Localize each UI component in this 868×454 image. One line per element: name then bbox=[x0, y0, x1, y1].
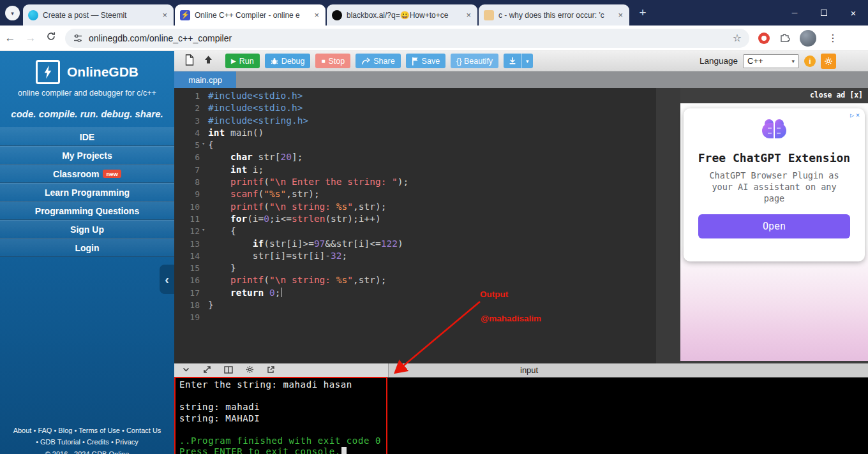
debug-button[interactable]: Debug bbox=[265, 54, 311, 68]
open-project-button[interactable] bbox=[201, 55, 215, 67]
ad-card[interactable]: ▷× Free ChatGPT Extension ChatGPT Browse… bbox=[684, 108, 865, 261]
forward-button[interactable]: → bbox=[20, 32, 41, 45]
extension-red-icon[interactable] bbox=[758, 33, 770, 44]
code-line[interactable]: 13 if(str[i]>=97&&str[i]<=122) bbox=[174, 238, 656, 250]
back-button[interactable]: ← bbox=[0, 32, 20, 45]
sidebar-item-my-projects[interactable]: My Projects bbox=[0, 146, 174, 165]
close-button[interactable]: × bbox=[839, 0, 868, 26]
code-line[interactable]: 18} bbox=[174, 299, 656, 311]
new-tab-button[interactable]: + bbox=[634, 4, 651, 21]
console-output[interactable]: Enter the string: mahadi hasan string: m… bbox=[174, 377, 388, 454]
ad-open-button[interactable]: Open bbox=[698, 214, 850, 238]
fold-icon[interactable]: ▾ bbox=[202, 140, 205, 147]
editor-scrollbar[interactable] bbox=[656, 88, 680, 363]
settings-gear-button[interactable] bbox=[821, 54, 836, 69]
tab-close-icon[interactable]: × bbox=[161, 10, 168, 20]
new-file-button[interactable] bbox=[182, 54, 196, 68]
onlinegdb-logo[interactable]: OnlineGDB bbox=[0, 60, 174, 84]
code-line[interactable]: 5▾{ bbox=[174, 139, 656, 151]
code-line[interactable]: 10 printf("\n string: %s",str); bbox=[174, 201, 656, 213]
tab-close-icon[interactable]: × bbox=[313, 10, 320, 20]
footer-link-terms-of-use[interactable]: Terms of Use bbox=[79, 427, 120, 434]
code-line[interactable]: 7 int i; bbox=[174, 164, 656, 176]
language-select[interactable]: C++ ▾ bbox=[743, 54, 799, 68]
code-line[interactable]: 9 scanf("%s",str); bbox=[174, 188, 656, 200]
select-caret-icon: ▾ bbox=[791, 58, 795, 64]
sidebar-item-programming-questions[interactable]: Programming Questions bbox=[0, 201, 174, 220]
sidebar-collapse-handle[interactable]: ‹ bbox=[160, 265, 174, 294]
fold-icon[interactable]: ▾ bbox=[202, 226, 205, 233]
console-maximize-button[interactable] bbox=[203, 365, 211, 376]
line-number: 1 bbox=[174, 90, 200, 102]
code-line[interactable]: 4int main() bbox=[174, 127, 656, 139]
sidebar-item-label: Learn Programming bbox=[45, 187, 130, 198]
browser-tab[interactable]: blackbox.ai/?q=😀How+to+ce× bbox=[327, 4, 477, 26]
url-bar[interactable]: onlinegdb.com/online_c++_compiler ☆ bbox=[65, 29, 749, 48]
share-button[interactable]: Share bbox=[355, 54, 400, 68]
info-button[interactable]: i bbox=[804, 55, 816, 67]
profile-avatar[interactable] bbox=[800, 30, 816, 47]
sidebar-item-learn-programming[interactable]: Learn Programming bbox=[0, 183, 174, 201]
sidebar-item-sign-up[interactable]: Sign Up bbox=[0, 220, 174, 238]
code-line[interactable]: 6 char str[20]; bbox=[174, 151, 656, 163]
sidebar-item-label: Classroom bbox=[53, 169, 99, 179]
console-open-new-window-button[interactable] bbox=[267, 365, 275, 376]
footer-link-gdb-tutorial[interactable]: GDB Tutorial bbox=[40, 438, 80, 446]
browser-tab[interactable]: Create a post — Steemit× bbox=[23, 4, 174, 26]
stop-button[interactable]: ■Stop bbox=[315, 54, 350, 68]
code-line[interactable]: 19 bbox=[174, 311, 656, 323]
save-button[interactable]: Save bbox=[406, 54, 446, 68]
download-options-caret[interactable]: ▾ bbox=[521, 54, 533, 68]
sidebar-item-ide[interactable]: IDE bbox=[0, 128, 174, 146]
address-bar: ← → onlinegdb.com/online_c++_compiler ☆ … bbox=[0, 26, 868, 51]
extensions-puzzle-icon[interactable] bbox=[779, 31, 791, 45]
tab-close-icon[interactable]: × bbox=[465, 10, 472, 20]
console-settings-button[interactable] bbox=[246, 365, 254, 376]
maximize-button[interactable] bbox=[809, 0, 839, 26]
footer-link-faq[interactable]: FAQ bbox=[38, 427, 52, 434]
console-collapse-button[interactable] bbox=[182, 365, 190, 376]
line-number: 3 bbox=[174, 115, 200, 127]
console-layout-button[interactable] bbox=[224, 365, 233, 376]
browser-tab[interactable]: ⚡Online C++ Compiler - online e× bbox=[175, 4, 326, 26]
footer-link-about[interactable]: About bbox=[13, 427, 32, 434]
tab-search-button[interactable]: ▾ bbox=[5, 6, 20, 20]
code-line[interactable]: 12▾ { bbox=[174, 225, 656, 237]
sidebar-item-label: Programming Questions bbox=[35, 206, 139, 216]
download-button[interactable] bbox=[504, 54, 521, 68]
code-line[interactable]: 14 str[i]=str[i]-32; bbox=[174, 250, 656, 262]
stop-icon: ■ bbox=[321, 57, 325, 64]
footer-link-privacy[interactable]: Privacy bbox=[116, 438, 138, 446]
refresh-button[interactable] bbox=[41, 31, 61, 45]
sidebar-item-login[interactable]: Login bbox=[0, 238, 174, 257]
line-number: 2 bbox=[174, 102, 200, 114]
ad-region: close ad [x] ▷× Free ChatGPT Extension C… bbox=[680, 88, 868, 363]
code-text: { bbox=[208, 139, 214, 151]
code-line[interactable]: 8 printf("\n Enter the string: "); bbox=[174, 176, 656, 188]
beautify-button[interactable]: {} Beautify bbox=[451, 54, 498, 68]
browser-menu-icon[interactable]: ⋮ bbox=[825, 32, 841, 44]
file-tab-main-cpp[interactable]: main.cpp bbox=[174, 71, 236, 88]
ad-close-x-icon[interactable]: × bbox=[856, 112, 860, 119]
code-line[interactable]: 15 } bbox=[174, 262, 656, 274]
code-line[interactable]: 11 for(i=0;i<=strlen(str);i++) bbox=[174, 213, 656, 225]
code-line[interactable]: 2#include<stdio.h> bbox=[174, 102, 656, 114]
footer-link-contact-us[interactable]: Contact Us bbox=[126, 427, 161, 434]
minimize-button[interactable]: ─ bbox=[780, 0, 809, 26]
adchoices-icons[interactable]: ▷× bbox=[850, 112, 860, 119]
url-text[interactable]: onlinegdb.com/online_c++_compiler bbox=[89, 33, 232, 43]
footer-link-blog[interactable]: Blog bbox=[58, 427, 72, 434]
bookmark-star-icon[interactable]: ☆ bbox=[733, 32, 742, 44]
close-ad-button[interactable]: close ad [x] bbox=[810, 91, 863, 99]
tab-close-icon[interactable]: × bbox=[617, 10, 624, 20]
code-line[interactable]: 16 printf("\n string: %s",str); bbox=[174, 274, 656, 286]
console-input-area[interactable] bbox=[388, 377, 868, 454]
code-line[interactable]: 1#include<stdio.h> bbox=[174, 90, 656, 102]
code-line[interactable]: 17 return 0; bbox=[174, 287, 656, 299]
sidebar-tagline: code. compile. run. debug. share. bbox=[0, 108, 174, 119]
footer-link-credits[interactable]: Credits bbox=[87, 438, 109, 446]
sidebar-item-classroom[interactable]: Classroomnew bbox=[0, 165, 174, 183]
run-button[interactable]: ▶Run bbox=[225, 54, 260, 68]
browser-tab[interactable]: c - why does this error occur: 'c× bbox=[479, 4, 629, 26]
code-line[interactable]: 3#include<string.h> bbox=[174, 115, 656, 127]
